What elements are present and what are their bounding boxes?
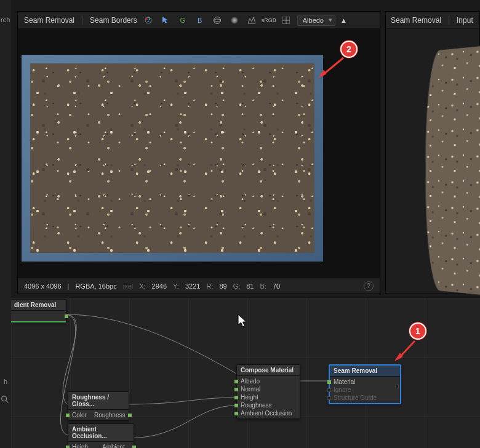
3d-input-label[interactable]: Input bbox=[457, 16, 473, 25]
status-pixel-fragment: ixel bbox=[123, 282, 134, 290]
histogram-icon[interactable] bbox=[246, 14, 258, 26]
node-header: dient Removal bbox=[11, 300, 66, 311]
pointer-icon[interactable] bbox=[159, 14, 172, 26]
status-resolution: 4096 x 4096 bbox=[24, 282, 62, 290]
channel-b-button[interactable]: B bbox=[194, 14, 206, 26]
sphere-shaded-icon[interactable] bbox=[228, 14, 241, 26]
port-structure-guide[interactable]: Structure Guide bbox=[330, 394, 400, 402]
port-height[interactable]: Heigh... bbox=[68, 443, 98, 448]
port-roughness[interactable]: Roughness bbox=[90, 411, 129, 419]
sphere-icon[interactable] bbox=[211, 14, 223, 26]
node-compose-material[interactable]: Compose Material Albedo Normal Height Ro… bbox=[236, 364, 300, 419]
annotation-badge-1: 1 bbox=[409, 322, 426, 340]
status-g-value: 81 bbox=[246, 282, 254, 290]
seam-borders-label[interactable]: Seam Borders bbox=[90, 16, 137, 25]
node-gradient-removal[interactable]: dient Removal bbox=[11, 299, 66, 322]
port-ao[interactable]: Ambient Occlusion bbox=[237, 409, 300, 417]
node-header: Compose Material bbox=[237, 365, 300, 376]
viewer-statusbar: 4096 x 4096 | RGBA, 16bpc ixel X: 2946 Y… bbox=[18, 278, 380, 294]
2d-viewer-toolbar: Seam Removal Seam Borders G B sRGB Albed… bbox=[18, 12, 380, 29]
svg-point-6 bbox=[214, 17, 220, 23]
port-out[interactable] bbox=[391, 384, 402, 389]
grid-icon[interactable] bbox=[280, 14, 292, 26]
annotation-arrow-2 bbox=[318, 57, 345, 79]
svg-point-4 bbox=[148, 18, 150, 20]
svg-line-1 bbox=[6, 401, 9, 403]
texture-preview bbox=[30, 63, 314, 253]
srgb-label[interactable]: sRGB bbox=[263, 14, 275, 26]
status-x-value: 2946 bbox=[152, 282, 167, 290]
3d-viewer-title: Seam Removal bbox=[391, 16, 441, 25]
search-icon[interactable] bbox=[1, 395, 10, 405]
port-normal[interactable]: Normal bbox=[237, 385, 300, 393]
status-b-label: B: bbox=[260, 282, 266, 290]
port-ignore[interactable]: Ignore bbox=[330, 386, 400, 394]
divider bbox=[82, 16, 82, 25]
node-port-out[interactable] bbox=[11, 312, 66, 320]
status-b-value: 70 bbox=[273, 282, 280, 290]
port-color[interactable]: Color bbox=[68, 411, 90, 419]
annotation-badge-2: 2 bbox=[340, 41, 358, 58]
sidebar-text-fragment-2: h bbox=[4, 378, 7, 385]
viewer-title: Seam Removal bbox=[24, 16, 74, 25]
3d-viewer-panel: Seam Removal Input bbox=[385, 11, 480, 294]
status-format: RGBA, 16bpc bbox=[75, 282, 116, 290]
svg-point-0 bbox=[2, 396, 7, 401]
channel-dropdown-value: Albedo bbox=[303, 17, 324, 24]
channel-g-button[interactable]: G bbox=[177, 14, 189, 26]
node-header: Ambient Occlusion... bbox=[68, 424, 134, 442]
status-y-label: Y: bbox=[173, 282, 179, 290]
left-sidebar-fragment: rch h bbox=[0, 0, 11, 448]
node-header: Seam Removal bbox=[330, 366, 400, 377]
help-icon[interactable]: ? bbox=[364, 281, 374, 291]
color-wheel-icon[interactable] bbox=[142, 14, 154, 26]
status-r-label: R: bbox=[206, 282, 213, 290]
node-seam-removal[interactable]: Seam Removal Material Ignore Structure G… bbox=[329, 364, 401, 404]
node-ambient-occlusion[interactable]: Ambient Occlusion... Heigh... Ambient... bbox=[68, 423, 134, 448]
texture-seam-border bbox=[22, 55, 323, 262]
divider bbox=[449, 16, 449, 25]
port-ambient[interactable]: Ambient... bbox=[98, 443, 134, 448]
3d-viewer-toolbar: Seam Removal Input bbox=[386, 12, 479, 29]
port-material[interactable]: Material bbox=[330, 378, 400, 386]
node-header: Roughness / Gloss... bbox=[68, 392, 129, 410]
svg-point-7 bbox=[214, 19, 220, 22]
collapse-toolbar-button[interactable]: ▲ bbox=[340, 17, 347, 24]
sidebar-text-fragment: rch bbox=[1, 16, 10, 23]
status-x-label: X: bbox=[139, 282, 145, 290]
svg-point-3 bbox=[146, 18, 148, 20]
svg-point-8 bbox=[231, 17, 238, 23]
channel-dropdown[interactable]: Albedo bbox=[297, 15, 335, 26]
port-height[interactable]: Height bbox=[237, 393, 300, 401]
svg-marker-13 bbox=[319, 70, 326, 78]
status-r-value: 89 bbox=[219, 282, 226, 290]
status-y-value: 3221 bbox=[185, 282, 200, 290]
annotation-arrow-1 bbox=[393, 338, 417, 363]
status-g-label: G: bbox=[233, 282, 241, 290]
port-albedo[interactable]: Albedo bbox=[237, 377, 300, 385]
svg-point-5 bbox=[147, 20, 149, 22]
node-graph[interactable]: dient Removal Roughness / Gloss... Color… bbox=[11, 298, 480, 448]
2d-viewer-panel: Seam Removal Seam Borders G B sRGB Albed… bbox=[17, 11, 380, 294]
node-roughness-gloss[interactable]: Roughness / Gloss... Color Roughness bbox=[68, 391, 129, 421]
svg-point-2 bbox=[145, 17, 151, 23]
3d-mesh-preview[interactable] bbox=[425, 44, 480, 298]
port-roughness[interactable]: Roughness bbox=[237, 401, 300, 409]
